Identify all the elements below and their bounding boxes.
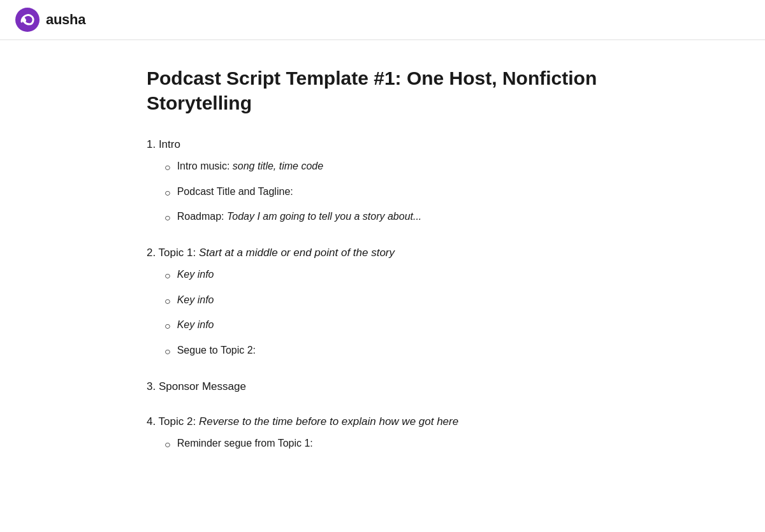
sub-item-text: Segue to Topic 2: [177,342,256,359]
ausha-logo-icon [15,8,40,32]
sub-list-1: ○Intro music: song title, time code○Podc… [164,158,618,226]
sub-item-2-3: ○Segue to Topic 2: [164,342,618,360]
sub-list-2: ○Key info○Key info○Key info○Segue to Top… [164,266,618,359]
main-content: Podcast Script Template #1: One Host, No… [108,40,657,509]
bullet-icon: ○ [164,268,171,284]
sub-item-4-0: ○Reminder segue from Topic 1: [164,435,618,453]
outline-list: 1. Intro○Intro music: song title, time c… [147,136,618,453]
navbar: ausha [0,0,765,40]
page-title: Podcast Script Template #1: One Host, No… [147,66,618,115]
bullet-icon: ○ [164,293,171,310]
section-heading-3: 3. Sponsor Message [147,378,618,395]
section-4: 4. Topic 2: Reverse to the time before t… [147,413,618,453]
sub-item-text: Podcast Title and Tagline: [177,183,293,200]
sub-item-text: Reminder segue from Topic 1: [177,435,313,452]
sub-item-1-1: ○Podcast Title and Tagline: [164,183,618,201]
sub-item-2-1: ○Key info [164,292,618,310]
section-heading-4: 4. Topic 2: Reverse to the time before t… [147,413,618,430]
section-heading-2: 2. Topic 1: Start at a middle or end poi… [147,244,618,261]
bullet-icon: ○ [164,343,171,360]
sub-item-text: Roadmap: Today I am going to tell you a … [177,208,422,225]
sub-item-text: Intro music: song title, time code [177,158,323,175]
svg-point-1 [22,18,26,22]
section-3: 3. Sponsor Message [147,378,618,395]
sub-item-2-2: ○Key info [164,317,618,334]
bullet-icon: ○ [164,436,171,453]
sub-item-2-0: ○Key info [164,266,618,284]
bullet-icon: ○ [164,185,171,201]
bullet-icon: ○ [164,159,171,176]
sub-item-text: Key info [177,317,214,333]
section-2: 2. Topic 1: Start at a middle or end poi… [147,244,618,360]
section-heading-1: 1. Intro [147,136,618,153]
logo-text: ausha [46,8,85,31]
sub-item-1-0: ○Intro music: song title, time code [164,158,618,176]
sub-item-text: Key info [177,292,214,308]
sub-item-1-2: ○Roadmap: Today I am going to tell you a… [164,208,618,226]
bullet-icon: ○ [164,318,171,334]
svg-point-0 [15,8,40,32]
bullet-icon: ○ [164,210,171,226]
sub-list-4: ○Reminder segue from Topic 1: [164,435,618,453]
sub-item-text: Key info [177,266,214,283]
section-1: 1. Intro○Intro music: song title, time c… [147,136,618,226]
logo[interactable]: ausha [15,8,85,32]
